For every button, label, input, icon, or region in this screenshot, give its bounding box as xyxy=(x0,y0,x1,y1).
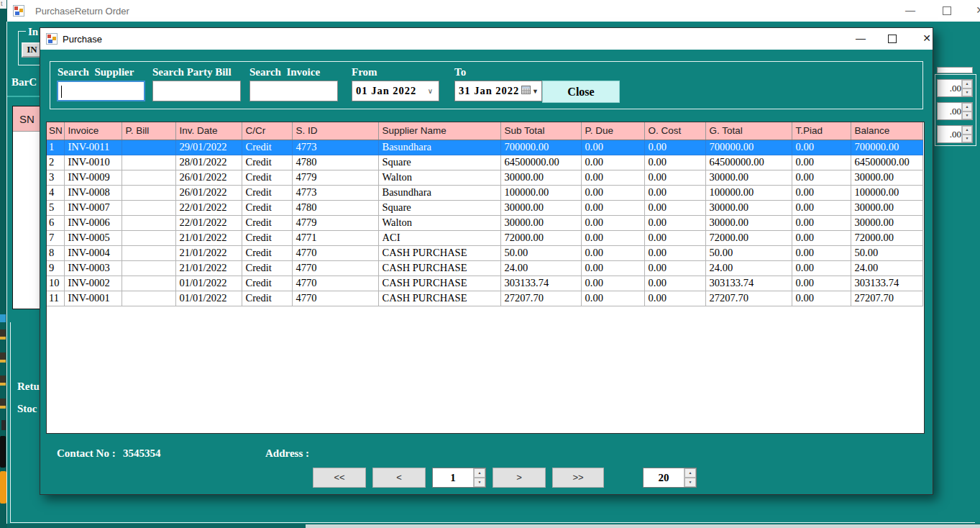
column-header[interactable]: Supplier Name xyxy=(378,122,500,140)
purchase-dialog: Purchase — ✕ Search Supplier Search Part… xyxy=(40,27,933,495)
spin-down-button: ▼ xyxy=(962,111,972,120)
cell: 0.00 xyxy=(644,230,705,245)
spin-down-button[interactable]: ▼ xyxy=(684,478,696,487)
next-page-button[interactable]: > xyxy=(493,468,546,488)
cell: 303133.74 xyxy=(500,276,581,291)
spin-up-button[interactable]: ▲ xyxy=(684,468,696,478)
dialog-maximize-button[interactable] xyxy=(888,35,897,43)
from-date-value: 01 Jan 2022 xyxy=(356,85,416,97)
cell: 0.00 xyxy=(644,245,705,260)
cell: 30000.00 xyxy=(851,200,922,215)
table-row[interactable]: 6INV-000622/01/2022Credit4779Walton30000… xyxy=(47,215,922,230)
cell: 64500000.00 xyxy=(705,155,792,170)
table-row[interactable]: 8INV-000421/01/2022Credit4770CASH PURCHA… xyxy=(47,245,922,260)
table-row[interactable]: 4INV-000826/01/2022Credit4773Basundhara1… xyxy=(47,185,922,200)
cell: 0.00 xyxy=(581,230,644,245)
cell xyxy=(122,170,175,185)
last-page-button[interactable]: >> xyxy=(552,468,604,488)
table-row[interactable]: 10INV-000201/01/2022Credit4770CASH PURCH… xyxy=(47,276,922,291)
cell: 0.00 xyxy=(581,200,644,215)
cell: 0.00 xyxy=(644,185,705,200)
column-header[interactable]: SN xyxy=(47,122,64,140)
page-number-value: 1 xyxy=(433,468,473,487)
spin-down-button: ▼ xyxy=(962,88,972,97)
cell: 0.00 xyxy=(792,245,851,260)
cell: 4770 xyxy=(292,276,378,291)
spin-down-button: ▼ xyxy=(962,135,972,143)
column-header[interactable]: P. Due xyxy=(581,122,644,140)
maximize-button[interactable] xyxy=(943,6,951,15)
cell: 4770 xyxy=(292,245,378,260)
text-caret xyxy=(61,86,62,98)
dialog-close-button[interactable]: ✕ xyxy=(920,32,934,44)
search-supplier-input[interactable] xyxy=(57,81,145,101)
cell: INV-0011 xyxy=(64,140,122,155)
first-page-button[interactable]: << xyxy=(313,468,366,488)
cell: ACI xyxy=(378,230,500,245)
cell: 72000.00 xyxy=(705,230,792,245)
cell: 8 xyxy=(47,245,64,260)
page-number-spinner[interactable]: 1 ▲ ▼ xyxy=(432,468,486,488)
desktop-icon-text: t xyxy=(0,0,6,9)
close-dialog-button[interactable]: Close xyxy=(542,81,620,103)
to-date-picker[interactable]: 31 Jan 2022 ▼ xyxy=(454,81,542,101)
cell: 4773 xyxy=(292,185,378,200)
table-row[interactable]: 5INV-000722/01/2022Credit4780Square30000… xyxy=(47,200,922,215)
close-button[interactable]: ✕ xyxy=(974,4,980,16)
cell: 72000.00 xyxy=(851,230,922,245)
minimize-button[interactable]: — xyxy=(903,4,917,16)
to-label: To xyxy=(454,66,466,78)
to-date-value: 31 Jan 2022 xyxy=(459,85,519,97)
cell: Walton xyxy=(378,170,500,185)
column-header[interactable]: G. Total xyxy=(705,122,792,140)
column-header[interactable]: S. ID xyxy=(292,122,378,140)
cell: 0.00 xyxy=(581,291,644,306)
cell: 22/01/2022 xyxy=(175,200,242,215)
from-label: From xyxy=(352,66,377,78)
cell: 21/01/2022 xyxy=(175,260,242,276)
search-invoice-input[interactable] xyxy=(249,81,338,101)
cell: Square xyxy=(378,155,500,170)
table-row[interactable]: 11INV-000101/01/2022Credit4770CASH PURCH… xyxy=(47,291,922,306)
dialog-title: Purchase xyxy=(63,34,102,45)
filter-group: Search Supplier Search Party Bill Search… xyxy=(50,61,923,109)
cell: 0.00 xyxy=(792,276,851,291)
cell: 4770 xyxy=(292,291,378,306)
cell: 0.00 xyxy=(792,155,851,170)
dialog-minimize-button[interactable]: — xyxy=(853,32,869,44)
spin-up-button[interactable]: ▲ xyxy=(474,468,485,478)
table-row[interactable]: 7INV-000521/01/2022Credit4771ACI72000.00… xyxy=(47,230,922,245)
column-header[interactable]: Balance xyxy=(851,122,922,140)
column-header[interactable]: P. Bill xyxy=(122,122,175,140)
background-amount-value: .00 xyxy=(938,103,961,119)
spin-down-button[interactable]: ▼ xyxy=(474,478,485,487)
cell: 0.00 xyxy=(644,215,705,230)
address-label: Address : xyxy=(265,447,309,460)
table-row[interactable]: 3INV-000926/01/2022Credit4779Walton30000… xyxy=(47,170,922,185)
prev-page-button[interactable]: < xyxy=(372,468,426,488)
from-date-picker[interactable]: 01 Jan 2022 ∨ xyxy=(352,81,439,101)
search-party-bill-input[interactable] xyxy=(152,81,241,101)
table-row[interactable]: 1INV-001129/01/2022Credit4773Basundhara7… xyxy=(47,140,922,155)
cell: 30000.00 xyxy=(705,170,792,185)
column-header[interactable]: Invoice xyxy=(64,122,122,140)
search-supplier-label: Search Supplier xyxy=(58,66,134,78)
desktop-shortcut-icon xyxy=(0,436,6,468)
cell xyxy=(122,155,175,170)
column-header[interactable]: T.Piad xyxy=(792,122,851,140)
cell: 5 xyxy=(47,200,64,215)
cell: Credit xyxy=(242,140,292,155)
search-invoice-label: Search Invoice xyxy=(249,66,320,78)
column-header[interactable]: C/Cr xyxy=(242,122,292,140)
column-header[interactable]: O. Cost xyxy=(644,122,705,140)
column-header[interactable]: Inv. Date xyxy=(175,122,242,140)
column-header[interactable]: Sub Total xyxy=(500,122,581,140)
dialog-titlebar: Purchase — ✕ xyxy=(40,28,933,50)
cell: 0.00 xyxy=(644,140,705,155)
table-row[interactable]: 9INV-000321/01/2022Credit4770CASH PURCHA… xyxy=(47,260,922,276)
chevron-down-icon: ∨ xyxy=(428,87,433,95)
page-size-spinner[interactable]: 20 ▲ ▼ xyxy=(643,468,697,488)
cell: 0.00 xyxy=(581,170,644,185)
desktop-shortcut-icon xyxy=(0,375,6,386)
table-row[interactable]: 2INV-001028/01/2022Credit4780Square64500… xyxy=(47,155,922,170)
